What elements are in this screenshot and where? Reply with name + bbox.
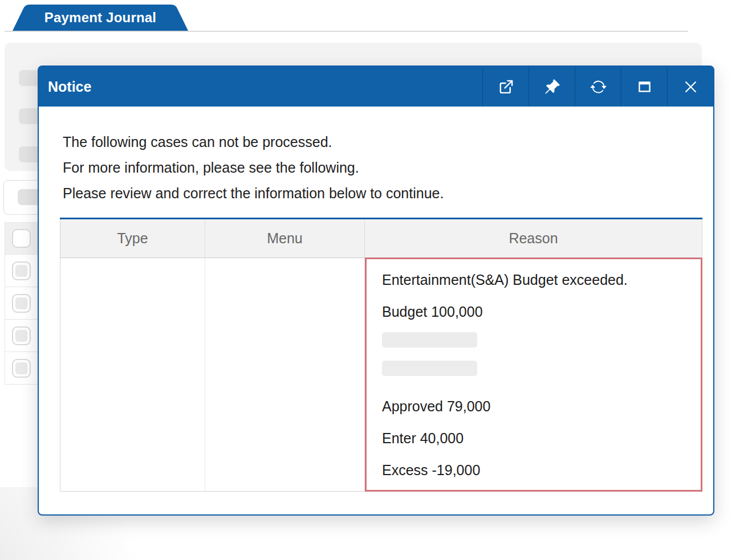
maximize-button[interactable] — [621, 67, 667, 107]
checkbox[interactable] — [12, 294, 31, 313]
column-header-type: Type — [60, 219, 205, 257]
dialog-toolbar — [482, 67, 713, 107]
notice-dialog: Notice — [38, 66, 714, 516]
reason-entered: Enter 40,000 — [382, 430, 695, 446]
checkbox-fill — [15, 265, 27, 277]
redacted-bar — [382, 361, 477, 376]
column-header-menu: Menu — [205, 219, 365, 257]
notice-dialog-header: Notice — [39, 67, 713, 107]
error-table-header: Type Menu Reason — [60, 219, 702, 258]
table-row: Entertainment(S&A) Budget exceeded. Budg… — [60, 258, 702, 492]
reason-budget: Budget 100,000 — [382, 304, 695, 320]
reason-approved: Approved 79,000 — [382, 398, 695, 414]
error-table: Type Menu Reason Entertainment(S&A) Budg… — [60, 218, 702, 492]
pin-button[interactable] — [529, 67, 575, 107]
pin-icon — [544, 79, 560, 95]
checkbox[interactable] — [12, 229, 31, 248]
close-icon — [682, 79, 699, 95]
tab-bar-divider — [5, 31, 688, 32]
checkbox-fill — [15, 362, 27, 374]
checkbox[interactable] — [12, 261, 31, 280]
column-header-reason: Reason — [365, 219, 702, 257]
dialog-body: The following cases can not be processed… — [39, 107, 713, 492]
close-button[interactable] — [667, 67, 713, 107]
cell-type — [60, 258, 205, 491]
refresh-button[interactable] — [575, 67, 621, 107]
open-in-new-window-button[interactable] — [482, 67, 529, 107]
redacted-bar — [382, 332, 477, 348]
notice-message-line: The following cases can not be processed… — [63, 129, 689, 155]
cell-reason-highlighted: Entertainment(S&A) Budget exceeded. Budg… — [365, 257, 702, 492]
reason-excess: Excess -19,000 — [382, 462, 695, 478]
payment-journal-page: Payment Journal Notice — [0, 0, 752, 560]
checkbox[interactable] — [12, 326, 31, 345]
dialog-title: Notice — [39, 67, 482, 107]
checkbox-fill — [15, 297, 27, 309]
cell-menu — [205, 258, 365, 491]
reason-error-title: Entertainment(S&A) Budget exceeded. — [382, 272, 695, 288]
notice-message-line: Please review and correct the informatio… — [63, 181, 689, 206]
maximize-icon — [636, 79, 653, 95]
notice-messages: The following cases can not be processed… — [39, 107, 713, 206]
tab-payment-journal[interactable]: Payment Journal — [13, 5, 188, 31]
checkbox-fill — [15, 330, 27, 342]
external-link-icon — [498, 79, 514, 95]
tab-label: Payment Journal — [13, 5, 188, 31]
refresh-icon — [590, 79, 607, 95]
checkbox[interactable] — [12, 359, 31, 378]
notice-message-line: For more information, please see the fol… — [63, 155, 689, 181]
